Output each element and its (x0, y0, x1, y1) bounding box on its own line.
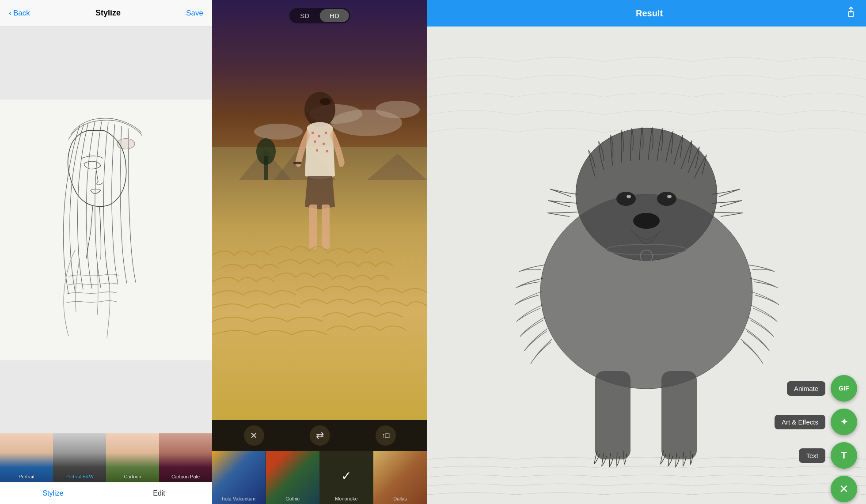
art-effects-button[interactable]: ✦ (831, 409, 857, 435)
svg-rect-16 (314, 140, 316, 143)
result-header: Result (427, 0, 866, 27)
save-button[interactable]: Save (186, 9, 203, 18)
art-effects-label: Art & Effects (775, 415, 825, 429)
text-label: Text (799, 448, 825, 463)
svg-point-12 (320, 98, 330, 105)
fab-menu: Animate GIF Art & Effects ✦ Text T ✕ (775, 375, 857, 469)
result-title: Result (454, 8, 845, 19)
stylize-panel: ‹ Back Stylize Save (0, 0, 212, 504)
svg-marker-8 (367, 154, 427, 180)
filter-close-button[interactable]: ✕ (244, 425, 264, 446)
filter-thumb-dallas-label: Dallas (373, 496, 427, 501)
thumbnail-cartoon-pale[interactable]: Cartoon Pale (159, 433, 212, 482)
close-icon: ✕ (839, 482, 849, 496)
svg-point-10 (256, 138, 276, 165)
svg-rect-15 (325, 132, 327, 134)
svg-point-4 (376, 101, 420, 118)
thumbnail-portrait-label: Portrait (0, 474, 53, 479)
fab-animate-row: Animate GIF (787, 375, 857, 402)
sketch-portrait-image (0, 27, 212, 433)
filter-thumb-gothic-label: Gothic (266, 496, 319, 501)
share-icon (845, 6, 857, 18)
stylize-header: ‹ Back Stylize Save (0, 0, 212, 27)
filter-thumb-vaikuntam[interactable]: hota Vaikuntam (212, 451, 266, 504)
fab-close-button[interactable]: ✕ (831, 476, 857, 502)
hd-button[interactable]: HD (320, 9, 349, 22)
gif-icon: GIF (839, 385, 849, 392)
sparkle-icon: ✦ (840, 417, 848, 427)
settings-icon: ⇄ (316, 430, 324, 441)
svg-rect-33 (661, 371, 697, 459)
filter-main-image: SD HD (212, 0, 427, 420)
svg-rect-13 (311, 132, 314, 134)
result-panel: Result (427, 0, 866, 504)
svg-point-5 (254, 124, 303, 140)
filter-settings-button[interactable]: ⇄ (310, 425, 330, 446)
filter-thumb-gothic[interactable]: Gothic (266, 451, 320, 504)
svg-rect-22 (293, 162, 301, 164)
filter-thumb-mononoke-label: Mononoke (320, 496, 373, 501)
svg-point-30 (667, 195, 672, 198)
back-chevron-icon: ‹ (9, 8, 11, 18)
filter-thumbnails: hota Vaikuntam Gothic ✓ Mononoke Dallas (212, 451, 427, 504)
result-image-area: Animate GIF Art & Effects ✦ Text T ✕ (427, 27, 866, 504)
thumbnail-portrait-bw[interactable]: Portrait B&W (53, 433, 106, 482)
svg-rect-17 (323, 143, 325, 145)
svg-rect-18 (316, 149, 318, 152)
sd-hd-toggle: SD HD (289, 8, 350, 23)
svg-rect-32 (595, 371, 631, 459)
filter-image-area: SD HD (212, 0, 427, 420)
thumbnail-cartoon[interactable]: Cartoon (106, 433, 159, 482)
svg-point-28 (657, 192, 676, 206)
filter-thumb-vaikuntam-label: hota Vaikuntam (212, 496, 266, 501)
mononoke-selected-icon: ✓ (341, 469, 351, 483)
thumbnail-portrait-bw-label: Portrait B&W (53, 474, 106, 479)
thumbnail-cartoon-label: Cartoon (106, 474, 159, 479)
svg-rect-20 (309, 205, 317, 249)
svg-rect-19 (326, 150, 328, 152)
text-icon: T (841, 450, 847, 461)
filter-thumb-dallas[interactable]: Dallas (373, 451, 427, 504)
filter-thumb-mononoke[interactable]: ✓ Mononoke (320, 451, 374, 504)
stylize-thumbnails: Portrait Portrait B&W Cartoon Cartoon Pa… (0, 433, 212, 482)
stylize-title: Stylize (95, 8, 121, 18)
svg-rect-21 (322, 205, 330, 249)
animate-label: Animate (787, 381, 825, 396)
back-label: Back (13, 9, 30, 18)
svg-point-29 (627, 195, 631, 198)
svg-point-1 (117, 139, 135, 149)
stylize-image-area (0, 27, 212, 433)
stylize-bottom-tabs: Stylize Edit (0, 482, 212, 504)
svg-rect-14 (318, 135, 320, 137)
svg-rect-0 (0, 100, 212, 360)
result-share-button[interactable] (845, 6, 857, 21)
text-button[interactable]: T (831, 442, 857, 469)
fab-text-row: Text T (799, 442, 857, 469)
share-icon: ↑□ (382, 432, 390, 440)
filter-share-button[interactable]: ↑□ (376, 425, 396, 446)
svg-point-27 (616, 192, 636, 206)
tab-edit[interactable]: Edit (106, 482, 212, 504)
thumbnail-cartoon-pale-label: Cartoon Pale (159, 474, 212, 479)
animate-button[interactable]: GIF (831, 375, 857, 402)
close-icon: ✕ (250, 430, 258, 441)
tab-stylize[interactable]: Stylize (0, 482, 106, 504)
svg-point-26 (576, 128, 717, 261)
back-button[interactable]: ‹ Back (9, 8, 30, 18)
tab-edit-label: Edit (153, 489, 165, 497)
svg-point-31 (633, 213, 660, 229)
filter-controls: ✕ ⇄ ↑□ (212, 420, 427, 451)
thumbnail-portrait[interactable]: Portrait (0, 433, 53, 482)
sd-button[interactable]: SD (290, 9, 319, 22)
fab-art-effects-row: Art & Effects ✦ (775, 409, 857, 435)
filter-panel: SD HD ✕ ⇄ ↑□ hota Vaikuntam Gothic (212, 0, 427, 504)
tab-stylize-label: Stylize (42, 489, 63, 497)
